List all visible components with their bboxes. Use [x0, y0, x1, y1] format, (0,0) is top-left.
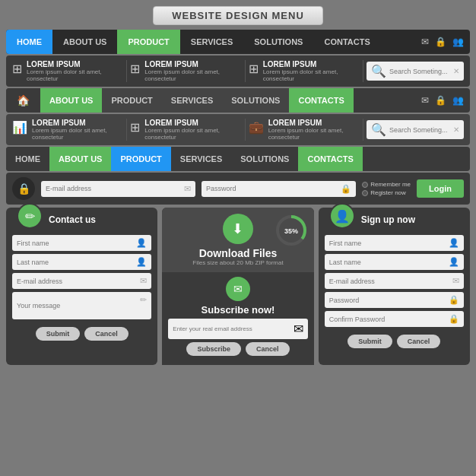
- clear-search-icon-2[interactable]: ✕: [453, 125, 459, 134]
- signup-lastname-field[interactable]: 👤: [325, 254, 464, 270]
- subscribe-cancel-button[interactable]: Cancel: [246, 342, 290, 356]
- grid-icon-4: ⊞: [130, 120, 140, 135]
- signup-footer: Submit Cancel: [319, 335, 470, 353]
- password-field-login[interactable]: 🔒: [202, 181, 356, 197]
- content-item-4: 📊 LOREM IPSUM Lorem ipsum dolor sit amet…: [12, 119, 127, 141]
- signup-title: Sign up now: [361, 214, 415, 225]
- contact-message-field[interactable]: ✏: [12, 292, 151, 319]
- lock-icon: 🔒: [435, 36, 446, 47]
- contact-message-input[interactable]: [17, 295, 137, 316]
- contact-cancel-button[interactable]: Cancel: [84, 327, 129, 341]
- users-icon: 👥: [452, 36, 464, 47]
- remember-radio[interactable]: [362, 182, 368, 188]
- subscribe-button[interactable]: Subscribe: [186, 342, 241, 356]
- signup-firstname-input[interactable]: [329, 240, 446, 247]
- lock-icon-confirm: 🔒: [449, 314, 459, 324]
- email-input-login[interactable]: [46, 185, 181, 192]
- email-field-login[interactable]: ✉: [41, 181, 195, 197]
- navbar-3: HOME ABOUT US PRODUCT SERVICES SOLUTIONS…: [6, 147, 470, 171]
- search-box-2[interactable]: 🔍 ✕: [367, 120, 464, 139]
- signup-password-input[interactable]: [329, 297, 446, 304]
- nav2-icons: ✉ 🔒 👥: [421, 95, 470, 106]
- email-icon: ✉: [421, 36, 429, 47]
- signup-email-field[interactable]: ✉: [325, 273, 464, 289]
- signup-lastname-input[interactable]: [329, 259, 446, 266]
- nav3-product[interactable]: PRODUCT: [111, 147, 170, 171]
- register-item: Register now: [362, 189, 411, 196]
- email-icon-sub: ✉: [294, 322, 303, 336]
- user-icon-signup-1: 👤: [449, 238, 459, 248]
- contact-firstname-input[interactable]: [17, 240, 133, 247]
- panels-row: ✏ Contact us 👤 👤 ✉ ✏ Submit C: [6, 208, 470, 365]
- contact-submit-button[interactable]: Submit: [36, 327, 81, 341]
- content-title-5: LOREM IPSUM: [144, 119, 238, 127]
- title-bar: WEBSITE DESIGN MENU: [0, 0, 476, 28]
- contact-firstname-field[interactable]: 👤: [12, 235, 151, 251]
- nav2-solutions[interactable]: SOLUTIONS: [222, 88, 289, 113]
- password-input-login[interactable]: [206, 185, 338, 192]
- signup-submit-button[interactable]: Submit: [347, 335, 392, 348]
- nav3-services[interactable]: SERVICES: [171, 147, 231, 171]
- nav1-about[interactable]: ABOUT US: [52, 30, 117, 54]
- navbar-1: HOME ABOUT US PRODUCT SERVICES SOLUTIONS…: [6, 30, 470, 54]
- signup-confirm-field[interactable]: 🔒: [325, 311, 464, 327]
- download-header: ⬇ Download Files Files size about 20 Mb …: [162, 208, 313, 272]
- grid-icon-2: ⊞: [130, 62, 140, 76]
- nav1-contacts[interactable]: CONTACTS: [313, 30, 380, 54]
- search-icon-2: 🔍: [371, 122, 386, 137]
- nav1-home[interactable]: HOME: [6, 30, 52, 54]
- nav1-solutions[interactable]: SOLUTIONS: [243, 30, 313, 54]
- nav2-product[interactable]: PRODUCT: [102, 88, 161, 113]
- content-item-6: 💼 LOREM IPSUM Lorem ipsum dolor sit amet…: [249, 119, 363, 141]
- nav3-home[interactable]: HOME: [6, 147, 49, 171]
- email-icon-2: ✉: [421, 95, 429, 106]
- clear-search-icon[interactable]: ✕: [453, 67, 459, 75]
- page-title: WEBSITE DESIGN MENU: [153, 6, 323, 25]
- nav2-services[interactable]: SERVICES: [162, 88, 222, 113]
- content-desc-2: Lorem ipsum dolor sit amet, consectetur: [144, 68, 238, 82]
- signup-confirm-input[interactable]: [329, 316, 446, 323]
- svg-text:35%: 35%: [284, 227, 298, 235]
- remember-box: Remember me Register now: [362, 181, 411, 196]
- users-icon-2: 👥: [452, 95, 464, 106]
- nav3-contacts[interactable]: CONTACTS: [298, 147, 362, 171]
- grid-icon-1: ⊞: [12, 62, 22, 76]
- lock-icon-2: 🔒: [435, 95, 446, 106]
- content-item-5: ⊞ LOREM IPSUM Lorem ipsum dolor sit amet…: [130, 119, 245, 141]
- content-desc-4: Lorem ipsum dolor sit amet, consectetur: [32, 127, 120, 141]
- contact-lastname-input[interactable]: [17, 259, 133, 266]
- subscribe-email-field[interactable]: ✉: [168, 319, 307, 339]
- search-input-1[interactable]: [389, 68, 450, 75]
- register-radio[interactable]: [362, 190, 368, 196]
- search-box-1[interactable]: 🔍 ✕: [367, 62, 464, 81]
- content-text-5: LOREM IPSUM Lorem ipsum dolor sit amet, …: [144, 119, 238, 141]
- subscribe-title: Subscribe now!: [168, 304, 307, 316]
- signup-cancel-button[interactable]: Cancel: [397, 335, 441, 348]
- pencil-icon-msg: ✏: [140, 295, 147, 305]
- nav2-about[interactable]: ABOUT US: [40, 88, 102, 113]
- signup-password-field[interactable]: 🔒: [325, 292, 464, 308]
- content-text-1: LOREM IPSUM Lorem ipsum dolor sit amet, …: [27, 60, 120, 82]
- contact-email-field[interactable]: ✉: [12, 273, 151, 289]
- nav1-product[interactable]: PRODUCT: [117, 30, 179, 54]
- signup-email-input[interactable]: [329, 278, 449, 285]
- nav2-home[interactable]: 🏠: [6, 88, 40, 113]
- content-title-4: LOREM IPSUM: [32, 119, 120, 127]
- pencil-icon: ✏: [25, 209, 35, 224]
- content-row-2: 📊 LOREM IPSUM Lorem ipsum dolor sit amet…: [6, 114, 470, 145]
- nav1-services[interactable]: SERVICES: [180, 30, 243, 54]
- contact-email-input[interactable]: [17, 278, 137, 285]
- content-text-2: LOREM IPSUM Lorem ipsum dolor sit amet, …: [144, 60, 238, 82]
- signup-firstname-field[interactable]: 👤: [325, 235, 464, 251]
- nav3-solutions[interactable]: SOLUTIONS: [231, 147, 298, 171]
- subscribe-email-input[interactable]: [173, 325, 290, 332]
- nav2-contacts[interactable]: CONTACTS: [289, 88, 353, 113]
- download-icon-circle: ⬇: [223, 214, 253, 244]
- contact-body: 👤 👤 ✉ ✏: [6, 232, 157, 327]
- content-item-3: ⊞ LOREM IPSUM Lorem ipsum dolor sit amet…: [249, 60, 363, 82]
- contact-lastname-field[interactable]: 👤: [12, 254, 151, 270]
- login-button[interactable]: Login: [417, 179, 464, 198]
- search-input-2[interactable]: [389, 126, 450, 134]
- nav3-about[interactable]: ABOUT US: [49, 147, 111, 171]
- download-panel: ⬇ Download Files Files size about 20 Mb …: [162, 208, 313, 365]
